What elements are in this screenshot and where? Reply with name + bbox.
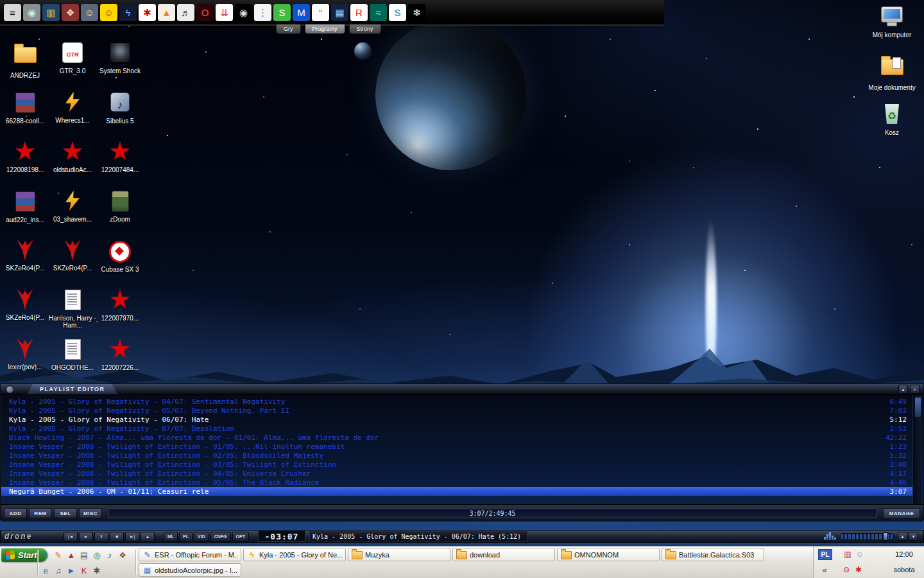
desktop-icon[interactable]: 122008198... [1, 140, 49, 189]
taskbar-task[interactable]: OMNOMNOM [557, 548, 660, 561]
quick-launch-icon[interactable]: e [40, 565, 51, 576]
playlist-track[interactable]: Kyla - 2005 - Glory of Negativity - 05/0… [1, 406, 913, 415]
taskbar-task[interactable]: ▦ oldstudioAcolorpic.jpg - I... [139, 563, 241, 577]
quick-launch-icon[interactable]: ▲ [65, 549, 77, 561]
quick-launch-icon[interactable]: ► [65, 565, 77, 576]
dock-app-icon[interactable]: ✱ [139, 4, 156, 21]
winamp-unshade-button[interactable]: ▾ [909, 532, 918, 541]
dock-app-icon[interactable]: “ [312, 4, 329, 21]
dock-app-icon[interactable]: ⋮ [254, 4, 271, 21]
quick-launch-icon[interactable]: ❖ [117, 549, 128, 561]
desktop-icon[interactable]: GTR GTR_3.0 [49, 41, 96, 91]
playlist-track[interactable]: Kyla - 2005 - Glory of Negativity - 07/0… [1, 424, 913, 433]
desktop-icon[interactable]: Mój komputer [868, 4, 916, 53]
playlist-button[interactable]: MISC [79, 508, 102, 518]
playlist-shade-button[interactable]: ▴ [898, 385, 908, 394]
winamp-button[interactable]: PL [179, 532, 193, 541]
playlist-button[interactable]: SEL [54, 508, 77, 518]
winamp-shade-bar[interactable]: drone |◄►‖■►|▲ MLPLVIDCNFGOPT -03:07 Kyl… [0, 530, 924, 543]
desktop-icon[interactable]: 122007484... [96, 140, 144, 189]
winamp-button[interactable]: VID [194, 532, 209, 541]
desktop-icon[interactable]: 122007970... [96, 288, 144, 338]
dock-app-icon[interactable]: ▥ [42, 4, 60, 21]
desktop-icon[interactable]: SKZeRo4(P... [49, 239, 96, 288]
winamp-button[interactable]: CNFG [210, 532, 231, 541]
quick-launch-icon[interactable]: ▤ [78, 549, 90, 561]
playlist-menu-button[interactable] [6, 385, 14, 394]
quick-launch-icon[interactable]: ✎ [53, 549, 64, 561]
playlist-track[interactable]: Kyla - 2005 - Glory of Negativity - 06/0… [1, 415, 913, 424]
dock-app-icon[interactable]: S [389, 4, 406, 21]
dock-app-icon[interactable]: M [293, 4, 310, 21]
dock-app-icon[interactable]: ♬ [177, 4, 194, 21]
language-indicator[interactable]: PL [818, 549, 832, 560]
taskbar-task[interactable]: Muzyka [348, 548, 450, 561]
quick-launch-icon[interactable]: ♪ [104, 549, 116, 561]
dock-app-icon[interactable]: ≡ [4, 4, 21, 21]
desktop-icon[interactable]: zDoom [96, 189, 144, 239]
taskbar-task[interactable]: download [452, 548, 555, 561]
desktop-icon[interactable]: ♪ Sibelius 5 [96, 91, 144, 140]
tray-icon[interactable]: ⊖ [841, 565, 851, 575]
playlist-scrollbar-thumb[interactable] [914, 397, 921, 417]
quick-launch-icon[interactable]: ◎ [91, 549, 103, 561]
desktop-icon[interactable]: 66288-cooll... [1, 91, 49, 140]
playlist-titlebar[interactable]: PLAYLIST EDITOR ▴ × [1, 384, 923, 395]
dock-app-icon[interactable]: ◉ [23, 4, 40, 21]
tray-icon[interactable]: ☺ [855, 549, 865, 559]
playlist-scrollbar[interactable] [912, 395, 922, 504]
desktop-icon[interactable]: SKZeRo4(P... [1, 239, 49, 288]
dock-app-icon[interactable]: ❄ [408, 4, 425, 21]
dock-tab[interactable]: Programy [305, 24, 345, 34]
winamp-button[interactable]: OPT [232, 532, 249, 541]
desktop-icon[interactable]: oldstudioAc... [49, 140, 96, 189]
desktop-icon[interactable]: ANDRZEJ [1, 41, 49, 91]
dock-tab[interactable]: Gry [276, 24, 301, 34]
winamp-volume-slider[interactable] [840, 533, 894, 540]
quick-launch-icon[interactable]: ✱ [91, 565, 103, 576]
quick-launch-icon[interactable]: K [78, 565, 90, 576]
playlist-button[interactable]: REM [29, 508, 52, 518]
playlist-track[interactable]: Insane Vesper - 2008 - Twilight of Extin… [1, 460, 913, 469]
tray-icon[interactable]: ✱ [853, 565, 864, 575]
desktop-icon[interactable]: Moje dokumenty [868, 53, 916, 103]
desktop-icon[interactable]: Wherecs1... [49, 91, 96, 140]
transport-button[interactable]: |◄ [64, 532, 78, 541]
playlist-track[interactable]: Insane Vesper - 2008 - Twilight of Extin… [1, 451, 913, 460]
winamp-volume-handle[interactable] [883, 532, 888, 541]
dock-app-icon[interactable]: ☺ [100, 4, 117, 21]
dock-app-icon[interactable]: O [196, 4, 214, 21]
transport-button[interactable]: ►| [125, 532, 139, 541]
desktop-icon[interactable]: OHGODTHE... [49, 338, 96, 387]
transport-button[interactable]: ■ [110, 532, 124, 541]
taskbar-task[interactable]: ✎ ESR - Offtopic Forum - M... [139, 548, 241, 561]
dock-app-icon[interactable]: ☺ [81, 4, 98, 21]
desktop-icon[interactable]: Harrison, Harry - Ham... [49, 288, 96, 338]
transport-button[interactable]: ‖ [94, 532, 108, 541]
desktop-icon[interactable]: ♻ Kosz [868, 103, 916, 152]
dock-app-icon[interactable]: ≈ [370, 4, 387, 21]
quick-launch-icon[interactable]: e [40, 549, 51, 561]
desktop-icon[interactable]: SKZeRo4(P... [1, 288, 49, 338]
desktop-icon[interactable]: aud22c_ins... [1, 189, 49, 239]
desktop-icon[interactable]: Cubase SX 3 [96, 239, 144, 288]
playlist-track[interactable]: Insane Vesper - 2008 - Twilight of Extin… [1, 469, 913, 478]
dock-app-icon[interactable]: ⇊ [216, 4, 233, 21]
dock-app-icon[interactable]: ❖ [62, 4, 79, 21]
desktop-icon[interactable]: 03_shavem... [49, 189, 96, 239]
dock-app-icon[interactable]: S [273, 4, 291, 21]
playlist-manage-button[interactable]: MANAGE [883, 508, 920, 519]
playlist-track[interactable]: Insane Vesper - 2008 - Twilight of Extin… [1, 442, 913, 451]
transport-button[interactable]: ► [79, 532, 93, 541]
transport-button[interactable]: ▲ [141, 532, 155, 541]
playlist-track[interactable]: Insane Vesper - 2008 - Twilight of Extin… [1, 478, 913, 487]
playlist-seekbar[interactable]: 3:07/2:49:45 [108, 509, 877, 518]
tray-collapse-button[interactable]: « [818, 565, 831, 575]
playlist-track[interactable]: Black Howling - 2007 - Alma... uma flore… [1, 433, 913, 442]
desktop-icon[interactable]: System Shock [96, 41, 144, 91]
taskbar-task[interactable]: Battlestar.Galactica.S03 [662, 548, 764, 561]
dock-app-icon[interactable]: ϟ [119, 4, 137, 21]
winamp-shade-toggle-button[interactable]: ▴ [898, 532, 907, 541]
tray-icon[interactable]: ▥ [843, 549, 853, 559]
quick-launch-icon[interactable]: ♫ [53, 565, 64, 576]
